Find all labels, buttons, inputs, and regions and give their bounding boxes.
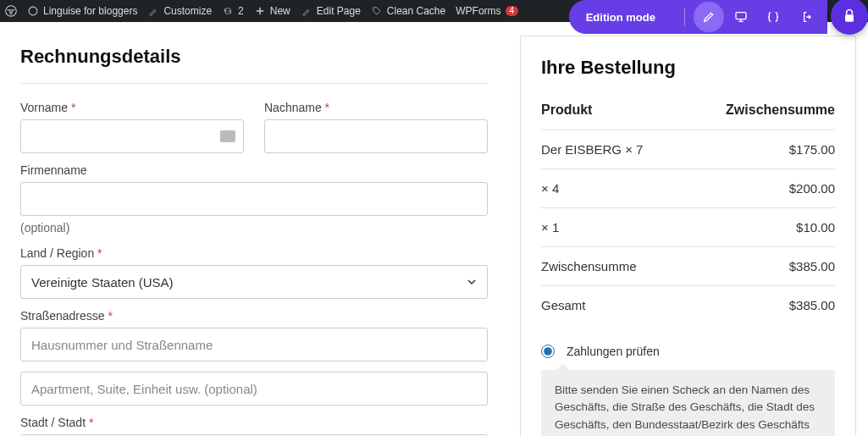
optional-text: (optional): [20, 221, 488, 235]
new-link[interactable]: New: [254, 5, 290, 17]
order-heading: Ihre Bestellung: [541, 57, 835, 79]
pencil-icon: [702, 10, 716, 24]
plus-icon: [254, 5, 266, 17]
payment-check-desc: Bitte senden Sie einen Scheck an den Nam…: [541, 370, 835, 436]
billing-form: Rechnungsdetails Vorname * Nachname * Fi…: [0, 27, 508, 436]
clean-cache-link[interactable]: Clean Cache: [371, 5, 445, 17]
lock-icon: [841, 8, 858, 25]
last-name-input[interactable]: [264, 119, 488, 153]
customize-link[interactable]: Customize: [147, 5, 212, 17]
table-row: × 4$200.00: [541, 169, 835, 208]
country-value: Vereinigte Staaten (USA): [31, 275, 174, 290]
site-name-label: Linguise for bloggers: [43, 5, 137, 17]
last-name-label: Nachname *: [264, 101, 488, 114]
wpforms-label: WPForms: [456, 5, 500, 17]
col-product: Produkt: [541, 94, 683, 130]
table-row: × 1$10.00: [541, 208, 835, 247]
edition-toolbar: Edition mode: [569, 0, 868, 34]
first-name-input[interactable]: [20, 119, 244, 153]
payment-check-radio[interactable]: [541, 345, 555, 358]
payment-check-option[interactable]: Zahlungen prüfen: [541, 345, 835, 358]
customize-label: Customize: [163, 5, 212, 17]
table-row: Der EISBERG × 7$175.00: [541, 130, 835, 169]
subtotal-row: Zwischensumme$385.00: [541, 247, 835, 286]
billing-heading: Rechnungsdetails: [20, 46, 488, 68]
city-label: Stadt / Stadt *: [20, 416, 488, 429]
street2-input[interactable]: [20, 372, 488, 406]
updates-link[interactable]: 2: [222, 5, 244, 17]
brush-icon: [147, 5, 159, 17]
company-label: Firmenname: [20, 163, 488, 177]
wpforms-link[interactable]: WPForms 4: [456, 5, 518, 17]
lock-button[interactable]: [831, 0, 868, 35]
tag-icon: [371, 5, 383, 17]
updates-count: 2: [238, 5, 244, 17]
site-name[interactable]: Linguise for bloggers: [27, 5, 137, 17]
svg-rect-2: [736, 13, 746, 19]
payment-section: Zahlungen prüfen Bitte senden Sie einen …: [541, 345, 835, 436]
pencil-icon: [301, 5, 312, 17]
new-label: New: [270, 5, 290, 17]
col-subtotal: Zwischensumme: [683, 94, 835, 130]
exit-tool-button[interactable]: [790, 2, 821, 32]
edit-page-label: Edit Page: [317, 5, 361, 17]
total-row: Gesamt$385.00: [541, 286, 835, 325]
order-table: Produkt Zwischensumme Der EISBERG × 7$17…: [541, 94, 835, 324]
clean-cache-label: Clean Cache: [387, 5, 445, 17]
edit-tool-button[interactable]: [694, 2, 724, 32]
order-summary: Ihre Bestellung Produkt Zwischensumme De…: [520, 36, 856, 436]
edit-page-link[interactable]: Edit Page: [301, 5, 361, 17]
country-select[interactable]: Vereinigte Staaten (USA): [20, 265, 488, 299]
autofill-icon[interactable]: [220, 130, 235, 142]
country-label: Land / Region *: [20, 246, 488, 260]
code-tool-button[interactable]: [758, 2, 788, 32]
wpforms-badge: 4: [506, 6, 519, 16]
monitor-icon: [734, 10, 748, 24]
first-name-label: Vorname *: [20, 101, 244, 114]
refresh-icon: [222, 5, 234, 17]
preview-tool-button[interactable]: [726, 2, 756, 32]
street-input[interactable]: [20, 328, 488, 361]
chevron-down-icon: [467, 277, 477, 287]
divider: [20, 83, 488, 84]
wordpress-icon: [5, 5, 17, 17]
braces-icon: [766, 10, 780, 24]
svg-point-1: [29, 7, 37, 15]
exit-icon: [799, 10, 812, 24]
payment-check-label: Zahlungen prüfen: [567, 345, 660, 358]
svg-rect-3: [845, 14, 854, 21]
street-label: Straßenadresse *: [20, 309, 488, 323]
company-input[interactable]: [20, 182, 488, 216]
toolbar-divider: [684, 8, 685, 26]
wp-logo[interactable]: [5, 5, 17, 17]
home-icon: [27, 5, 39, 17]
edition-mode-label: Edition mode: [569, 0, 671, 34]
